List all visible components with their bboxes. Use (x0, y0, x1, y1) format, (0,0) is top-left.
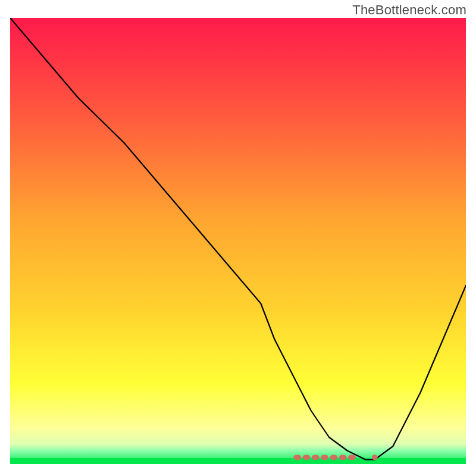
marker-dot (348, 455, 356, 460)
bottleneck-chart (10, 18, 466, 464)
watermark-text: TheBottleneck.com (352, 2, 466, 18)
green-bottom-strip (10, 458, 466, 464)
svg-rect-0 (10, 458, 466, 464)
marker-dot (330, 455, 337, 460)
marker-dot (339, 455, 347, 460)
marker-dot (302, 455, 310, 460)
marker-dot (293, 455, 301, 460)
marker-dot (321, 455, 328, 460)
chart-area (10, 18, 466, 464)
gradient-background (10, 18, 466, 464)
marker-dot (312, 455, 320, 460)
marker-dot (372, 455, 378, 460)
